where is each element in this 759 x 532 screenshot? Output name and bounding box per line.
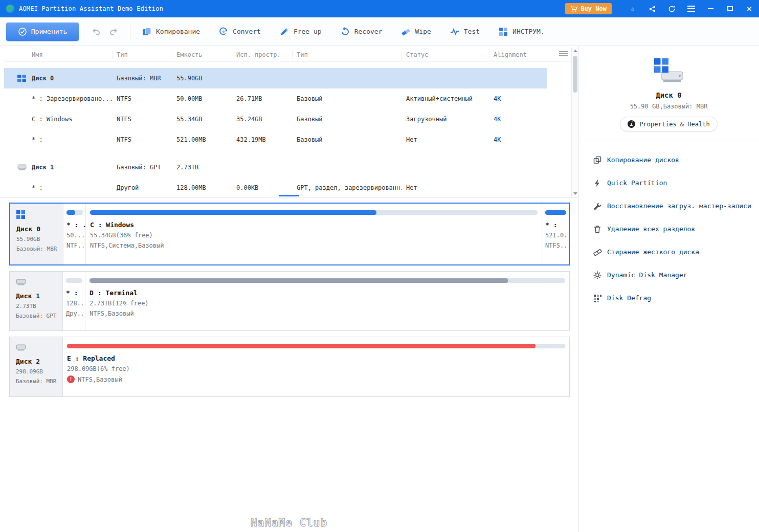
sidebar-item-disk-defrag[interactable]: Disk Defrag [578, 286, 759, 309]
scroll-thumb[interactable] [573, 56, 577, 93]
disk-size: 298.09GB [16, 368, 57, 375]
cell-name: Диск 0 [32, 75, 54, 82]
partition-fs: NTFS,Система,Базовый [90, 242, 538, 249]
close-button[interactable]: × [740, 0, 759, 17]
partition-cell-system[interactable]: * : 521.0... NTFS... [542, 204, 569, 264]
partition-size: 521.0... [545, 232, 566, 239]
usage-bar [545, 210, 566, 215]
copy-icon [142, 27, 152, 37]
column-header-capacity[interactable]: Емкость [172, 51, 232, 59]
disk1-info-panel[interactable]: Диск 1 2.73TB Базовый: GPT [10, 272, 63, 330]
disk2-info-panel[interactable]: Диск 2 298.09GB Базовый: MBR [10, 337, 63, 396]
table-row-disk0[interactable]: Диск 0 Базовый: MBR 55.90GB [4, 68, 547, 88]
toolbar-divider [130, 24, 130, 39]
usage-bar [66, 278, 82, 283]
toolbar-item-recover[interactable]: Recover [340, 27, 383, 37]
sidebar-item-label: Стирание жесткого диска [607, 248, 699, 256]
disk-size: 55.90GB [16, 236, 58, 242]
cell-used: 26.71MB [232, 95, 293, 102]
table-row-partition[interactable]: * : NTFS 521.00MB 432.19MB Базовый Нет 4… [4, 129, 547, 150]
table-row-partition[interactable]: C : Windows NTFS 55.34GB 35.24GB Базовый… [4, 109, 547, 129]
sidebar-item-dynamic-disk-manager[interactable]: Dynamic Disk Manager [578, 263, 759, 286]
sidebar-item-rebuild-mbr[interactable]: Восстановление загруз. мастер-записи [578, 194, 759, 217]
cell-capacity: 55.34GB [172, 116, 232, 123]
undo-button[interactable] [90, 26, 102, 38]
column-header-used[interactable]: Исп. простр. [232, 51, 293, 59]
cell-name: C : Windows [32, 116, 72, 123]
partition-name: D : Terminal [90, 289, 565, 297]
horizontal-scroll-thumb[interactable] [279, 195, 299, 196]
cell-status: Нет [402, 136, 489, 143]
tools-icon [498, 27, 508, 37]
partition-cell-reserved[interactable]: * : 128.... Дру... [63, 272, 85, 330]
toolbar-item-freeup[interactable]: Free up [279, 27, 322, 37]
warning-icon: ! [67, 375, 75, 383]
toolbar-item-label: Test [464, 28, 480, 35]
maximize-button[interactable] [720, 0, 740, 17]
favorites-icon[interactable]: ☆ [623, 0, 642, 17]
sidebar-item-delete-partitions[interactable]: Удаление всех разделов [578, 217, 759, 240]
toolbar-item-label: Копирование [156, 28, 200, 35]
column-header-fs[interactable]: Тип [113, 51, 172, 59]
toolbar-item-test[interactable]: Test [450, 27, 480, 37]
minimize-button[interactable] [701, 0, 720, 17]
toolbar-item-copy[interactable]: Копирование [142, 27, 200, 37]
partition-cell-e-replaced[interactable]: E : Replaced 298.09GB(6% free) !NTFS,Баз… [63, 337, 569, 396]
partition-fs: NTF... [66, 242, 83, 249]
table-row-partition[interactable]: * : Другой 128.00MB 0.00KB GPT, раздел, … [4, 178, 547, 198]
window-title: AOMEI Partition Assistant Demo Edition [19, 5, 163, 12]
table-row-disk1[interactable]: Диск 1 Базовый: GPT 2.73TB [4, 157, 547, 178]
wipe-icon [400, 27, 411, 37]
disk-visual-0[interactable]: Диск 0 55.90GB Базовый: MBR * : ... 50..… [9, 203, 570, 265]
cell-fs: NTFS [113, 95, 172, 102]
partition-fs-row: !NTFS,Базовый [67, 375, 565, 383]
toolbar-item-wipe[interactable]: Wipe [400, 27, 431, 37]
disk-name: Диск 1 [16, 292, 57, 300]
share-icon[interactable] [642, 0, 662, 17]
cell-capacity: 128.00MB [172, 184, 232, 191]
cell-capacity: 50.00MB [172, 95, 232, 102]
cart-icon [570, 6, 577, 12]
column-header-name[interactable]: Имя [4, 51, 113, 59]
table-row-partition[interactable]: * : Зарезервировано... NTFS 50.00MB 26.7… [4, 88, 547, 109]
column-header-type[interactable]: Тип [293, 51, 402, 59]
defrag-icon [593, 294, 602, 303]
cell-fs: Базовый: MBR [113, 75, 172, 82]
cell-fs: NTFS [113, 116, 172, 123]
toolbar-item-label: Free up [294, 28, 322, 35]
redo-button[interactable] [107, 26, 120, 38]
convert-icon [218, 27, 229, 37]
sidebar-item-quick-partition[interactable]: Quick Partition [578, 171, 759, 194]
properties-health-button[interactable]: i Properties & Health [620, 117, 717, 131]
toolbar-item-label: Wipe [415, 28, 431, 35]
cell-type: Базовый [293, 95, 402, 102]
partition-cell-reserved[interactable]: * : ... 50.... NTF... [63, 204, 86, 264]
toolbar-item-convert[interactable]: Convert [218, 27, 261, 37]
sync-icon[interactable] [662, 0, 681, 17]
sidebar-item-copy-disks[interactable]: Копирование дисков [578, 148, 759, 171]
partition-cell-d-terminal[interactable]: D : Terminal 2.73TB(12% free) NTFS,Базов… [85, 272, 569, 330]
usage-bar [90, 210, 538, 215]
column-settings-icon[interactable] [559, 50, 568, 57]
disk-size: 2.73TB [16, 303, 57, 309]
buy-now-button[interactable]: Buy Now [565, 3, 612, 14]
partition-name: C : Windows [90, 221, 538, 229]
vertical-scrollbar[interactable] [571, 48, 578, 197]
disk-style: Базовый: GPT [16, 313, 57, 319]
apply-button[interactable]: Применить [6, 23, 79, 41]
menu-icon[interactable] [681, 0, 701, 17]
cell-status: Активный+системный [402, 95, 489, 102]
partition-size: 298.09GB(6% free) [67, 365, 565, 372]
trash-icon [593, 225, 602, 234]
sidebar-item-wipe-disk[interactable]: Стирание жесткого диска [578, 240, 759, 263]
partition-cell-c-windows[interactable]: C : Windows 55.34GB(36% free) NTFS,Систе… [86, 204, 542, 264]
column-header-status[interactable]: Статус [402, 51, 489, 59]
disk-visual-2[interactable]: Диск 2 298.09GB Базовый: MBR E : Replace… [9, 337, 570, 397]
usage-bar [67, 344, 565, 348]
disk-visual-1[interactable]: Диск 1 2.73TB Базовый: GPT * : 128.... Д… [9, 271, 570, 331]
watermark: NaNaMe Club [0, 517, 578, 529]
disk0-info-panel[interactable]: Диск 0 55.90GB Базовый: MBR [10, 204, 63, 264]
sidebar-item-label: Удаление всех разделов [607, 225, 695, 233]
disk-name: Диск 2 [16, 358, 57, 365]
toolbar-item-tools[interactable]: ИНСТРУМ. [498, 27, 545, 37]
